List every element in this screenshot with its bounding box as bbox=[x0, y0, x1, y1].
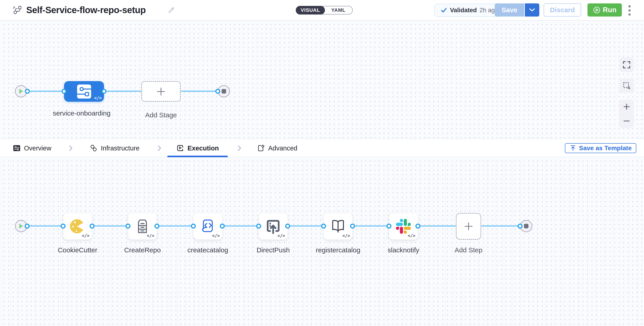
cookiecutter-icon bbox=[69, 218, 86, 235]
tab-overview[interactable]: Overview bbox=[13, 139, 51, 157]
port[interactable] bbox=[321, 224, 326, 229]
execution-icon bbox=[176, 144, 184, 152]
discard-button[interactable]: Discard bbox=[544, 4, 581, 17]
execution-canvas[interactable]: </> </> </> bbox=[0, 157, 644, 326]
connector-line bbox=[481, 225, 520, 227]
step-node-directpush[interactable]: </> bbox=[259, 213, 288, 240]
marquee-select-button[interactable] bbox=[619, 78, 634, 93]
check-icon bbox=[440, 7, 447, 14]
port[interactable] bbox=[416, 224, 420, 229]
fullscreen-button[interactable] bbox=[619, 57, 634, 72]
save-button[interactable]: Save bbox=[495, 4, 524, 17]
port[interactable] bbox=[191, 224, 196, 229]
tab-infrastructure[interactable]: Infrastructure bbox=[90, 139, 140, 157]
start-play-icon bbox=[18, 88, 24, 94]
port[interactable] bbox=[220, 224, 225, 229]
fullscreen-icon bbox=[622, 61, 631, 69]
chevron-right-icon bbox=[236, 145, 242, 152]
save-split-button: Save bbox=[495, 4, 539, 17]
add-step-label: Add Step bbox=[437, 245, 500, 255]
stage-label: service-onboarding bbox=[50, 108, 113, 118]
port[interactable] bbox=[285, 224, 290, 229]
run-label: Run bbox=[603, 6, 616, 14]
connector-line bbox=[27, 225, 63, 227]
validated-badge[interactable]: Validated 2h ago bbox=[434, 4, 504, 17]
port[interactable] bbox=[350, 224, 355, 229]
port[interactable] bbox=[25, 89, 30, 94]
slack-icon bbox=[396, 219, 411, 234]
tab-label: Infrastructure bbox=[101, 144, 140, 152]
port[interactable] bbox=[154, 224, 160, 229]
page-title: Self-Service-flow-repo-setup bbox=[26, 0, 146, 20]
open-book-icon bbox=[330, 218, 346, 235]
run-play-icon bbox=[593, 6, 600, 14]
plus-icon bbox=[464, 222, 473, 231]
connector-line bbox=[92, 225, 128, 227]
header-bar: Self-Service-flow-repo-setup VISUAL YAML… bbox=[0, 0, 644, 20]
save-options-button[interactable] bbox=[525, 4, 539, 17]
upload-icon bbox=[570, 145, 576, 151]
save-as-template-button[interactable]: Save as Template bbox=[565, 143, 636, 153]
connector-line bbox=[288, 225, 324, 227]
port[interactable] bbox=[386, 224, 392, 229]
chevron-right-icon bbox=[68, 145, 74, 152]
connector-line bbox=[352, 225, 389, 227]
step-label: CreateRepo bbox=[111, 245, 174, 255]
port[interactable] bbox=[256, 224, 261, 229]
edit-title-icon[interactable] bbox=[167, 6, 174, 15]
step-node-slacknotify[interactable]: </> bbox=[389, 213, 418, 240]
stop-icon bbox=[222, 89, 226, 94]
plus-icon bbox=[156, 87, 166, 96]
custom-stage-icon bbox=[77, 84, 91, 99]
port[interactable] bbox=[518, 224, 522, 229]
code-badge: </> bbox=[212, 233, 220, 238]
code-badge: </> bbox=[94, 95, 102, 100]
step-node-createcatalog[interactable]: </> bbox=[193, 213, 222, 240]
pipeline-studio: Self-Service-flow-repo-setup VISUAL YAML… bbox=[0, 0, 644, 326]
more-options-button[interactable] bbox=[626, 4, 634, 17]
validated-label: Validated bbox=[450, 7, 477, 14]
stage-tab-bar: Overview Infrastructure Execution bbox=[0, 139, 644, 157]
add-step-button[interactable] bbox=[456, 213, 481, 240]
step-label: DirectPush bbox=[242, 245, 305, 255]
port[interactable] bbox=[90, 224, 94, 229]
step-label: slacknotify bbox=[372, 245, 435, 255]
stage-canvas[interactable]: </> service-onboarding Add Stage bbox=[0, 20, 644, 139]
connector-line bbox=[222, 225, 259, 227]
advanced-icon bbox=[257, 144, 265, 152]
connector-line bbox=[157, 225, 193, 227]
zoom-out-button[interactable] bbox=[619, 114, 634, 128]
chevron-down-icon bbox=[529, 8, 535, 12]
minus-icon bbox=[623, 117, 630, 125]
tab-label: Execution bbox=[188, 144, 219, 152]
code-badge: </> bbox=[147, 233, 154, 238]
port[interactable] bbox=[60, 224, 66, 229]
code-badge: </> bbox=[82, 233, 90, 238]
port[interactable] bbox=[62, 89, 66, 94]
port[interactable] bbox=[215, 89, 220, 94]
chevron-right-icon bbox=[156, 145, 162, 152]
zoom-in-button[interactable] bbox=[619, 100, 634, 114]
pipeline-icon bbox=[12, 5, 22, 16]
run-button[interactable]: Run bbox=[588, 4, 622, 17]
stage-node-service-onboarding[interactable]: </> bbox=[64, 81, 104, 102]
step-node-cookiecutter[interactable]: </> bbox=[63, 213, 92, 240]
toggle-visual[interactable]: VISUAL bbox=[296, 6, 325, 15]
add-stage-button[interactable] bbox=[141, 81, 181, 102]
port[interactable] bbox=[102, 89, 106, 94]
tab-label: Overview bbox=[24, 144, 51, 152]
step-node-registercatalog[interactable]: </> bbox=[324, 213, 352, 240]
visual-yaml-toggle: VISUAL YAML bbox=[296, 6, 353, 15]
toggle-yaml[interactable]: YAML bbox=[324, 6, 352, 14]
code-badge: </> bbox=[342, 233, 350, 238]
tab-execution[interactable]: Execution bbox=[167, 139, 228, 157]
marquee-icon bbox=[622, 82, 631, 90]
tab-advanced[interactable]: Advanced bbox=[257, 139, 297, 157]
connector-line bbox=[418, 225, 456, 227]
step-node-createrepo[interactable]: </> bbox=[128, 213, 157, 240]
code-file-icon bbox=[200, 218, 216, 235]
add-stage-label: Add Stage bbox=[129, 110, 193, 120]
port[interactable] bbox=[126, 224, 130, 229]
plus-icon bbox=[623, 103, 630, 111]
port[interactable] bbox=[25, 224, 30, 229]
